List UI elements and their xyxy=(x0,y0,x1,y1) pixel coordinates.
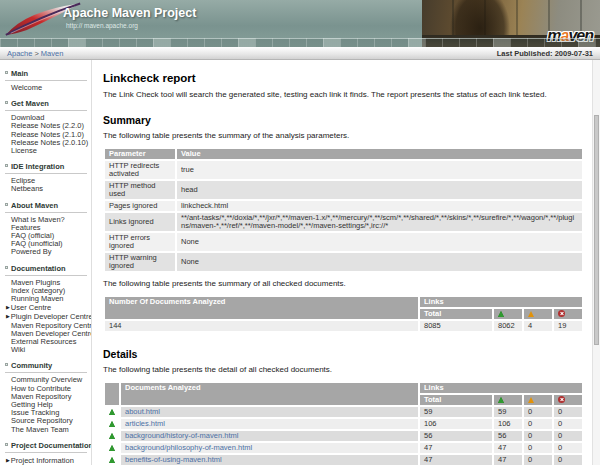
chevron-right-icon[interactable]: ▶ xyxy=(6,304,10,310)
sidebar-item-label: Running Maven xyxy=(11,294,64,303)
summary-heading: Summary xyxy=(103,114,584,126)
breadcrumb-link-maven[interactable]: Maven xyxy=(41,49,64,58)
valid-icon xyxy=(498,397,504,403)
sidebar-section-title: Community xyxy=(5,361,87,373)
docs-header-links: Links xyxy=(420,297,582,307)
document-link[interactable]: about.html xyxy=(125,407,160,416)
sidebar-item-label: License xyxy=(11,146,37,155)
row-status-cell xyxy=(105,431,119,441)
docs-header-analyzed: Number Of Documents Analyzed xyxy=(105,297,418,319)
details-header-total: Total xyxy=(420,395,492,405)
section-toggle-icon xyxy=(5,101,8,104)
section-toggle-icon xyxy=(5,363,8,366)
sidebar-item-welcome[interactable]: Welcome xyxy=(5,84,87,92)
warning-count: 0 xyxy=(524,407,552,417)
details-header-error xyxy=(554,395,582,405)
last-published: Last Published: 2009-07-31 xyxy=(497,49,593,58)
sidebar-section-title: Documentation xyxy=(5,264,87,276)
sidebar-section-ide-integration: IDE IntegrationEclipseNetbeans xyxy=(5,162,87,193)
sidebar-item-label: The Maven Team xyxy=(11,425,69,434)
sidebar-item-label: Wiki xyxy=(11,345,25,354)
sidebar-item-license[interactable]: License xyxy=(5,147,87,155)
document-link[interactable]: articles.html xyxy=(125,419,165,428)
sidebar-item-user-centre[interactable]: ▶User Centre xyxy=(5,303,87,312)
error-count: 0 xyxy=(554,455,582,465)
error-count: 0 xyxy=(554,431,582,441)
details-table: Documents Analyzed Links Total about.htm… xyxy=(103,381,584,465)
sidebar-section-documentation: DocumentationMaven PluginsIndex (categor… xyxy=(5,264,87,355)
breadcrumb: Apache>Maven xyxy=(7,49,63,58)
sidebar-item-wiki[interactable]: Wiki xyxy=(5,346,87,354)
sidebar-item-netbeans[interactable]: Netbeans xyxy=(5,185,87,193)
sidebar-section-main: MainWelcome xyxy=(5,69,87,92)
document-cell: background/history-of-maven.html xyxy=(121,431,418,441)
valid-icon xyxy=(498,311,504,317)
document-link[interactable]: background/philosophy-of-maven.html xyxy=(125,443,252,452)
documents-count: 144 xyxy=(105,321,418,331)
params-row: Pages ignoredlinkcheck.html xyxy=(105,201,582,211)
document-cell: benefits-of-using-maven.html xyxy=(121,455,418,465)
error-count: 0 xyxy=(554,407,582,417)
document-cell: articles.html xyxy=(121,419,418,429)
sidebar-item-the-maven-team[interactable]: The Maven Team xyxy=(5,426,87,434)
document-cell: background/philosophy-of-maven.html xyxy=(121,443,418,453)
details-header-valid xyxy=(494,395,522,405)
valid-icon xyxy=(109,445,115,451)
valid-icon xyxy=(109,433,115,439)
details-header-documents: Documents Analyzed xyxy=(121,383,418,405)
vertical-scrollbar[interactable] xyxy=(592,60,600,465)
site-banner: Apache Maven Project http:// maven.apach… xyxy=(0,0,600,47)
sidebar-section-title: Main xyxy=(5,69,87,81)
error-icon xyxy=(558,396,565,403)
sidebar-item-powered-by[interactable]: Powered By xyxy=(5,248,87,256)
sidebar-item-label: Welcome xyxy=(11,83,42,92)
document-cell: about.html xyxy=(121,407,418,417)
sidebar-section-title: Get Maven xyxy=(5,99,87,111)
error-icon xyxy=(558,310,565,317)
params-row: HTTP warning ignoredNone xyxy=(105,253,582,271)
sidebar-item-running-maven[interactable]: Running Maven xyxy=(5,295,87,303)
breadcrumb-link-apache[interactable]: Apache xyxy=(7,49,32,58)
param-name-cell: HTTP errors ignored xyxy=(105,233,175,251)
docs-header-error xyxy=(554,309,582,319)
param-value-cell: linkcheck.html xyxy=(177,201,582,211)
valid-count: 59 xyxy=(494,407,522,417)
details-header-warning xyxy=(524,395,552,405)
chevron-right-icon[interactable]: ▶ xyxy=(6,457,10,463)
document-link[interactable]: background/history-of-maven.html xyxy=(125,431,238,440)
sidebar-item-label: Project Information xyxy=(11,456,74,465)
document-link[interactable]: benefits-of-using-maven.html xyxy=(125,455,222,464)
valid-count: 8062 xyxy=(494,321,522,331)
sidebar-item-project-information[interactable]: ▶Project Information xyxy=(5,456,87,465)
table-row: articles.html10610600 xyxy=(105,419,582,429)
scrollbar-thumb[interactable] xyxy=(594,115,599,345)
docs-summary-row: 144 8085 8062 4 19 xyxy=(105,321,582,331)
param-name-cell: Pages ignored xyxy=(105,201,175,211)
warning-icon xyxy=(528,311,534,317)
row-status-cell xyxy=(105,407,119,417)
table-row: benefits-of-using-maven.html474700 xyxy=(105,455,582,465)
section-toggle-icon xyxy=(5,266,8,269)
param-name-cell: HTTP redirects activated xyxy=(105,161,175,179)
param-name-cell: Links ignored xyxy=(105,213,175,231)
table-row: background/history-of-maven.html565600 xyxy=(105,431,582,441)
sidebar-item-label: Powered By xyxy=(11,247,51,256)
docs-summary-table: Number Of Documents Analyzed Links Total… xyxy=(103,295,584,333)
valid-count: 47 xyxy=(494,455,522,465)
table-row: about.html595900 xyxy=(105,407,582,417)
chevron-right-icon[interactable]: ▶ xyxy=(6,313,10,319)
warning-count: 0 xyxy=(524,455,552,465)
params-header-parameter: Parameter xyxy=(105,149,175,159)
site-subtitle: http:// maven.apache.org xyxy=(66,22,138,29)
warning-count: 4 xyxy=(524,321,552,331)
valid-count: 56 xyxy=(494,431,522,441)
valid-count: 106 xyxy=(494,419,522,429)
row-status-cell xyxy=(105,419,119,429)
error-count: 19 xyxy=(554,321,582,331)
param-name-cell: HTTP method used xyxy=(105,181,175,199)
sidebar-item-label: User Centre xyxy=(11,303,51,312)
section-toggle-icon xyxy=(5,164,8,167)
site-title: Apache Maven Project xyxy=(63,6,196,20)
row-status-cell xyxy=(105,443,119,453)
docs-header-total: Total xyxy=(420,309,492,319)
